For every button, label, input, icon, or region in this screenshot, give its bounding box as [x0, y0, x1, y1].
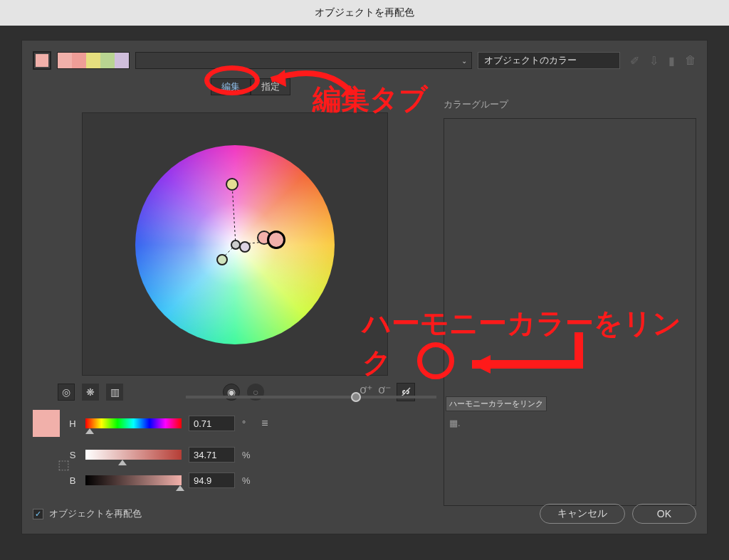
- hue-input[interactable]: [189, 416, 235, 431]
- ok-button[interactable]: OK: [632, 504, 696, 524]
- right-column: カラーグループ: [444, 98, 696, 493]
- color-bars-icon[interactable]: ▥: [106, 384, 123, 401]
- color-group-name-input[interactable]: [478, 52, 620, 69]
- saturation-unit: %: [242, 450, 251, 460]
- wheel-right-tools: ơ⁺ ơ⁻: [360, 383, 415, 401]
- slider-thumb[interactable]: [118, 460, 127, 465]
- slider-thumb[interactable]: [85, 428, 94, 434]
- annotation-circle-link: [417, 342, 454, 379]
- slider-thumb[interactable]: [351, 392, 361, 402]
- folder-icon[interactable]: ▮: [668, 54, 675, 68]
- saturation-slider[interactable]: [85, 450, 182, 460]
- wheel-toolbar: ◎ ❋ ▥ ◉ ○ ơ⁺ ơ⁻: [58, 383, 436, 401]
- color-groups-list[interactable]: [444, 118, 696, 506]
- new-group-icon[interactable]: ▦.: [449, 418, 461, 428]
- active-color-swatch[interactable]: [33, 51, 51, 70]
- color-groups-label: カラーグループ: [444, 98, 696, 111]
- window-title: オブジェクトを再配色: [315, 6, 414, 19]
- brightness-input[interactable]: [189, 472, 235, 488]
- top-toolbar: ⌄ ✐ ⇩ ▮ 🗑: [33, 51, 696, 70]
- wheel-handle[interactable]: [239, 241, 251, 253]
- segmented-wheel-icon[interactable]: ❋: [82, 384, 99, 401]
- group-action-icons: ✐ ⇩ ▮ 🗑: [630, 54, 696, 68]
- slider-menu-icon[interactable]: ≡: [261, 417, 269, 430]
- color-wheel-panel: [82, 112, 388, 376]
- main-content: ◎ ❋ ▥ ◉ ○ ơ⁺ ơ⁻ H: [33, 98, 696, 493]
- recolor-checkbox-label: オブジェクトを再配色: [49, 507, 142, 520]
- palette-chip[interactable]: [72, 53, 86, 68]
- slider-thumb[interactable]: [176, 485, 184, 491]
- brightness-slider-hsb[interactable]: [85, 475, 182, 485]
- save-group-icon[interactable]: ⇩: [649, 54, 659, 68]
- recolor-checkbox[interactable]: ✓: [33, 509, 43, 519]
- color-preview-large: [33, 410, 60, 437]
- saturation-input[interactable]: [189, 447, 235, 463]
- b-label: B: [67, 475, 78, 486]
- hsb-row-h: H ° ≡: [33, 410, 436, 437]
- wheel-handle[interactable]: [226, 178, 238, 191]
- smooth-wheel-icon[interactable]: ◎: [58, 384, 75, 401]
- wheel-center[interactable]: [231, 240, 241, 250]
- cancel-button[interactable]: キャンセル: [540, 504, 625, 524]
- dialog-footer: ✓ オブジェクトを再配色 キャンセル OK: [33, 504, 696, 524]
- tooltip-link-harmony: ハーモニーカラーをリンク: [446, 396, 547, 411]
- link-harmony-button[interactable]: [397, 383, 415, 401]
- add-color-icon[interactable]: ơ⁺: [360, 383, 372, 401]
- remove-color-icon[interactable]: ơ⁻: [378, 383, 391, 401]
- h-label: H: [67, 418, 78, 429]
- palette-chip[interactable]: [58, 53, 72, 68]
- mode-tabs: 編集 指定: [0, 78, 696, 95]
- annotation-circle-edit: [204, 65, 260, 95]
- left-column: ◎ ❋ ▥ ◉ ○ ơ⁺ ơ⁻ H: [33, 98, 436, 493]
- window-titlebar: オブジェクトを再配色: [0, 0, 729, 26]
- dialog-panel: ⌄ ✐ ⇩ ▮ 🗑 編集 指定: [21, 40, 708, 534]
- cube-3d-icon[interactable]: ⬚: [58, 457, 70, 472]
- palette-chip[interactable]: [86, 53, 100, 68]
- chevron-down-icon: ⌄: [461, 57, 467, 65]
- hue-unit: °: [242, 418, 246, 429]
- active-color-fill: [36, 54, 48, 67]
- brightness-unit: %: [242, 475, 251, 486]
- brightness-slider[interactable]: [186, 396, 436, 398]
- harmony-palette[interactable]: [57, 52, 130, 69]
- eyedropper-icon[interactable]: ✐: [630, 54, 639, 68]
- hsb-controls: H ° ≡ S % B %: [33, 410, 436, 488]
- palette-chip[interactable]: [115, 53, 129, 68]
- wheel-handle-primary[interactable]: [267, 231, 285, 249]
- wheel-handle[interactable]: [216, 254, 228, 265]
- palette-chip[interactable]: [100, 53, 115, 68]
- harmony-rules-dropdown[interactable]: ⌄: [135, 52, 472, 69]
- hsb-row-s: S %: [67, 447, 436, 463]
- hsb-row-b: B %: [67, 472, 436, 488]
- trash-icon[interactable]: 🗑: [685, 54, 696, 68]
- hue-slider[interactable]: [85, 418, 182, 428]
